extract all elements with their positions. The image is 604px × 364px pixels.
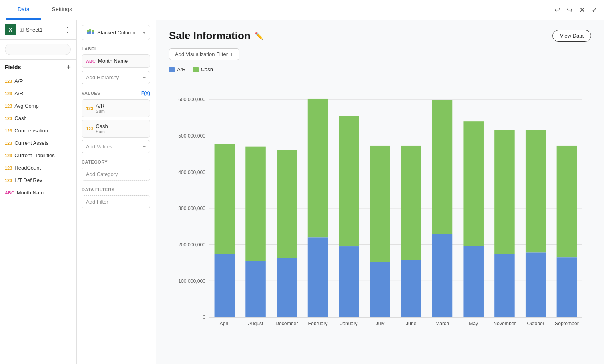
search-box <box>0 40 76 60</box>
chart-legend: A/RCash <box>169 66 591 72</box>
field-type-icon: 123 <box>5 79 12 84</box>
svg-rect-0 <box>87 32 89 34</box>
plus-icon-2: + <box>142 144 146 150</box>
field-item[interactable]: 123Avg Comp <box>0 100 76 112</box>
add-field-button[interactable]: + <box>66 64 71 71</box>
value-field-name: A/R <box>96 103 105 109</box>
value-field-item[interactable]: 123A/RSum <box>82 99 150 117</box>
check-icon[interactable]: ✓ <box>592 6 598 14</box>
field-type-icon: 123 <box>5 153 12 158</box>
field-item[interactable]: 123Current Liabilities <box>0 149 76 162</box>
add-category-button[interactable]: Add Category + <box>82 168 150 181</box>
redo-icon[interactable]: ↪ <box>567 6 573 14</box>
svg-rect-44 <box>463 121 484 246</box>
field-item[interactable]: 123A/P <box>0 75 76 87</box>
tab-bar: Data Settings <box>6 0 83 20</box>
svg-text:600,000,000: 600,000,000 <box>178 97 205 102</box>
sheet-name: Sheet1 <box>26 27 42 33</box>
tab-data[interactable]: Data <box>6 0 41 20</box>
chart-title: Sale Information <box>169 30 251 42</box>
chart-area: 0100,000,000200,000,000300,000,000400,00… <box>169 76 591 354</box>
field-name: Cash <box>14 115 26 121</box>
label-field-type: ABC <box>86 59 96 64</box>
svg-rect-27 <box>277 258 297 317</box>
svg-text:September: September <box>555 321 579 326</box>
left-panel: X ⊞ Sheet1 ⋮ Fields + <box>0 20 156 364</box>
fx-button[interactable]: F(x) <box>141 90 150 96</box>
add-filter-label: Add Filter <box>86 199 108 205</box>
svg-rect-5 <box>92 30 94 32</box>
field-type-icon: 123 <box>5 116 12 121</box>
plus-icon-4: + <box>142 199 146 205</box>
svg-rect-21 <box>215 254 235 317</box>
value-field-sub: Sum <box>96 129 108 134</box>
svg-text:March: March <box>435 321 449 326</box>
plus-icon-3: + <box>142 171 146 177</box>
svg-text:October: October <box>527 321 544 326</box>
fields-header: Fields + <box>0 60 76 75</box>
svg-text:August: August <box>248 321 264 326</box>
field-type-icon: ABC <box>5 190 14 195</box>
svg-text:May: May <box>469 321 478 326</box>
svg-rect-1 <box>87 30 89 32</box>
field-type-icon: 123 <box>5 178 12 183</box>
svg-text:100,000,000: 100,000,000 <box>178 278 205 284</box>
view-data-button[interactable]: View Data <box>552 30 591 42</box>
field-item[interactable]: 123A/R <box>0 87 76 100</box>
chart-type-button[interactable]: Stacked Column ▾ <box>82 25 150 40</box>
field-item[interactable]: 123Cash <box>0 112 76 124</box>
data-filters-section-title: DATA FILTERS <box>82 187 150 192</box>
legend-item: A/R <box>169 66 186 72</box>
fields-list: 123A/P123A/R123Avg Comp123Cash123Compens… <box>0 75 76 364</box>
field-item[interactable]: 123HeadCount <box>0 162 76 174</box>
edit-title-icon[interactable]: ✏️ <box>255 32 263 40</box>
value-field-item[interactable]: 123CashSum <box>82 120 150 138</box>
svg-text:April: April <box>220 321 229 326</box>
undo-icon[interactable]: ↩ <box>554 6 560 14</box>
svg-rect-26 <box>277 150 297 258</box>
svg-rect-45 <box>463 246 484 317</box>
svg-rect-33 <box>339 246 359 317</box>
svg-rect-20 <box>215 144 235 254</box>
add-filter-button[interactable]: Add Filter + <box>82 195 150 208</box>
svg-rect-38 <box>401 146 421 260</box>
svg-rect-32 <box>339 116 359 246</box>
svg-text:200,000,000: 200,000,000 <box>178 242 205 248</box>
svg-rect-35 <box>370 146 390 262</box>
field-item[interactable]: 123L/T Def Rev <box>0 174 76 186</box>
svg-text:January: January <box>340 321 358 326</box>
chevron-down-icon: ▾ <box>143 30 146 36</box>
field-type-icon: 123 <box>5 141 12 146</box>
field-item[interactable]: ABCMonth Name <box>0 186 76 199</box>
search-input[interactable] <box>5 44 71 55</box>
field-item[interactable]: 123Current Assets <box>0 137 76 149</box>
more-icon[interactable]: ⋮ <box>64 25 71 34</box>
tab-settings[interactable]: Settings <box>41 0 84 20</box>
legend-item: Cash <box>193 66 213 72</box>
field-type-icon: 123 <box>5 128 12 133</box>
svg-rect-50 <box>526 130 546 253</box>
field-item[interactable]: 123Compensation <box>0 124 76 137</box>
field-name: L/T Def Rev <box>14 177 42 183</box>
field-name: Month Name <box>17 190 46 196</box>
add-visualization-filter-button[interactable]: Add Visualization Filter + <box>169 48 239 60</box>
add-values-button[interactable]: Add Values + <box>82 140 150 153</box>
svg-rect-47 <box>494 130 515 254</box>
add-hierarchy-button[interactable]: Add Hierarchy + <box>82 71 150 84</box>
config-panel: Stacked Column ▾ LABEL ABC Month Name Ad… <box>77 20 155 364</box>
stacked-column-icon <box>86 28 94 36</box>
plus-icon-5: + <box>230 51 233 57</box>
svg-text:February: February <box>308 321 328 326</box>
close-icon[interactable]: ✕ <box>579 6 585 14</box>
svg-rect-30 <box>308 237 328 317</box>
svg-text:0: 0 <box>203 314 205 320</box>
legend-label: Cash <box>201 66 213 72</box>
stacked-bar-chart: 0100,000,000200,000,000300,000,000400,00… <box>169 76 591 354</box>
label-field-item[interactable]: ABC Month Name <box>82 54 150 68</box>
add-values-label: Add Values <box>86 144 112 150</box>
category-section-title: CATEGORY <box>82 160 150 164</box>
svg-rect-41 <box>432 100 453 234</box>
fields-title: Fields <box>5 64 21 70</box>
legend-color <box>169 67 175 72</box>
value-field-type: 123 <box>86 106 93 111</box>
